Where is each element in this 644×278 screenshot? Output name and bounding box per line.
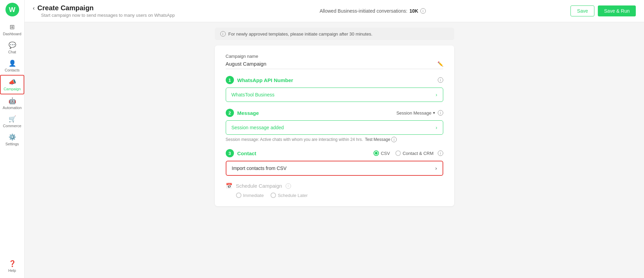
step3-info-icon[interactable]: i [438, 150, 443, 156]
campaign-name-value: August Campaign [226, 61, 266, 67]
step1-badge: 1 [226, 76, 234, 84]
contacts-icon: 👤 [9, 59, 16, 67]
allowed-value: 10K [409, 8, 418, 14]
contact-options: CSV Contact & CRM [373, 150, 433, 156]
whatsapp-number-arrow: › [436, 92, 437, 97]
csv-option[interactable]: CSV [373, 150, 390, 156]
edit-campaign-name-icon[interactable]: ✏️ [437, 61, 443, 67]
step1-title-row: WhatsApp API Number i [237, 77, 443, 83]
step3-header: 3 Contact CSV [226, 149, 443, 157]
sidebar-item-label: Dashboard [3, 32, 22, 36]
immediate-option[interactable]: Immediate [236, 193, 264, 198]
contact-import-arrow: › [435, 166, 437, 171]
help-icon: ❓ [9, 260, 16, 267]
header-left: ‹ Create Campaign Start campaign now to … [33, 4, 175, 18]
schedule-section: 📅 Schedule Campaign i Immediate Schedule… [226, 183, 443, 198]
main-content: ‹ Create Campaign Start campaign now to … [25, 0, 644, 278]
step3-info: Contact [237, 150, 257, 156]
page-header: ‹ Create Campaign Start campaign now to … [25, 0, 644, 22]
save-button[interactable]: Save [570, 5, 594, 16]
step-whatsapp-number: 1 WhatsApp API Number i WhatsTool Busine… [226, 76, 443, 102]
sidebar-item-campaign[interactable]: 📣 Campaign [0, 75, 24, 94]
csv-radio[interactable] [373, 150, 379, 156]
crm-option[interactable]: Contact & CRM [395, 150, 433, 156]
chat-icon: 💬 [9, 41, 16, 49]
step2-header: 2 Message Session Message ▾ i [226, 109, 443, 117]
sidebar-item-settings[interactable]: ⚙️ Settings [0, 131, 24, 149]
header-center: Allowed Business-initiated conversations… [319, 8, 426, 14]
form-card: Campaign name August Campaign ✏️ 1 Whats… [215, 45, 454, 206]
sidebar-item-help[interactable]: ❓ Help [0, 257, 24, 275]
session-message-note: Session message: Active chats with whom … [226, 137, 443, 142]
allowed-info-icon[interactable]: i [420, 8, 426, 14]
sidebar-item-label: Help [8, 268, 16, 273]
step-contact: 3 Contact CSV [226, 149, 443, 176]
sidebar-item-label: Commerce [3, 124, 22, 128]
banner-text: For newly approved templates, please ini… [228, 31, 372, 37]
sidebar-item-commerce[interactable]: 🛒 Commerce [0, 112, 24, 131]
back-button[interactable]: ‹ [33, 5, 35, 11]
page-subtitle: Start campaign now to send messages to m… [41, 13, 175, 18]
message-type-label: Session Message [396, 110, 432, 116]
schedule-header: 📅 Schedule Campaign i [226, 183, 443, 189]
settings-icon: ⚙️ [9, 133, 16, 141]
step3-badge: 3 [226, 149, 234, 157]
message-arrow: › [436, 125, 437, 130]
whatsapp-number-label: WhatsTool Business [232, 92, 275, 97]
app-logo[interactable]: W [5, 3, 19, 16]
csv-radio-dot [375, 152, 378, 155]
step1-info-icon[interactable]: i [438, 77, 443, 83]
sidebar-item-automation[interactable]: 🤖 Automation [0, 94, 24, 112]
schedule-info-icon[interactable]: i [286, 183, 291, 189]
sidebar-item-contacts[interactable]: 👤 Contacts [0, 57, 24, 75]
calendar-icon: 📅 [226, 183, 233, 189]
sidebar-item-label: Contacts [5, 68, 19, 72]
sidebar-item-chat[interactable]: 💬 Chat [0, 39, 24, 57]
crm-label: Contact & CRM [403, 151, 433, 156]
step2-title-row: Message Session Message ▾ i [237, 110, 443, 116]
banner-info-icon: i [220, 31, 226, 37]
message-type-dropdown[interactable]: Session Message ▾ [396, 110, 435, 116]
campaign-icon: 📣 [9, 78, 16, 86]
step3-title: Contact [237, 150, 257, 156]
step3-title-row: Contact CSV [237, 150, 443, 156]
test-message-link[interactable]: Test Message i [365, 137, 397, 142]
step2-title: Message [237, 110, 259, 116]
csv-label: CSV [381, 151, 390, 156]
message-selector[interactable]: Session message added › [226, 120, 443, 135]
info-banner: i For newly approved templates, please i… [215, 28, 454, 40]
message-label: Session message added [232, 125, 284, 130]
schedule-later-option[interactable]: Schedule Later [271, 193, 307, 198]
test-message-info-icon[interactable]: i [391, 137, 397, 142]
sidebar-item-dashboard[interactable]: ⊞ Dashboard [0, 21, 24, 39]
sub-note-text: Session message: Active chats with whom … [226, 137, 363, 142]
commerce-icon: 🛒 [9, 115, 16, 123]
step1-title: WhatsApp API Number [237, 77, 293, 83]
sidebar: W ⊞ Dashboard 💬 Chat 👤 Contacts 📣 Campai… [0, 0, 25, 278]
step-message: 2 Message Session Message ▾ i [226, 109, 443, 142]
sidebar-item-label: Automation [3, 106, 22, 110]
chevron-down-icon: ▾ [433, 110, 435, 115]
step2-info: Message [237, 110, 259, 116]
schedule-title: Schedule Campaign [236, 183, 282, 189]
schedule-options: Immediate Schedule Later [236, 193, 443, 198]
page-content: i For newly approved templates, please i… [25, 22, 644, 278]
dashboard-icon: ⊞ [10, 23, 15, 31]
header-title-row: ‹ Create Campaign [33, 4, 94, 12]
whatsapp-number-selector[interactable]: WhatsTool Business › [226, 88, 443, 102]
automation-icon: 🤖 [9, 97, 16, 105]
campaign-name-row: August Campaign ✏️ [226, 61, 443, 69]
crm-radio[interactable] [395, 150, 401, 156]
save-run-button[interactable]: Save & Run [598, 5, 636, 16]
campaign-name-field: Campaign name August Campaign ✏️ [226, 54, 443, 69]
page-title: Create Campaign [37, 4, 94, 12]
step2-badge: 2 [226, 109, 234, 117]
sidebar-item-label: Campaign [3, 87, 21, 91]
contact-import-selector[interactable]: Import contacts from CSV › [226, 161, 443, 176]
allowed-label: Allowed Business-initiated conversations… [319, 8, 407, 14]
header-actions: Save Save & Run [570, 5, 636, 16]
immediate-radio[interactable] [236, 193, 241, 198]
step2-info-icon[interactable]: i [438, 110, 443, 116]
schedule-later-radio[interactable] [271, 193, 276, 198]
campaign-name-label: Campaign name [226, 54, 443, 59]
